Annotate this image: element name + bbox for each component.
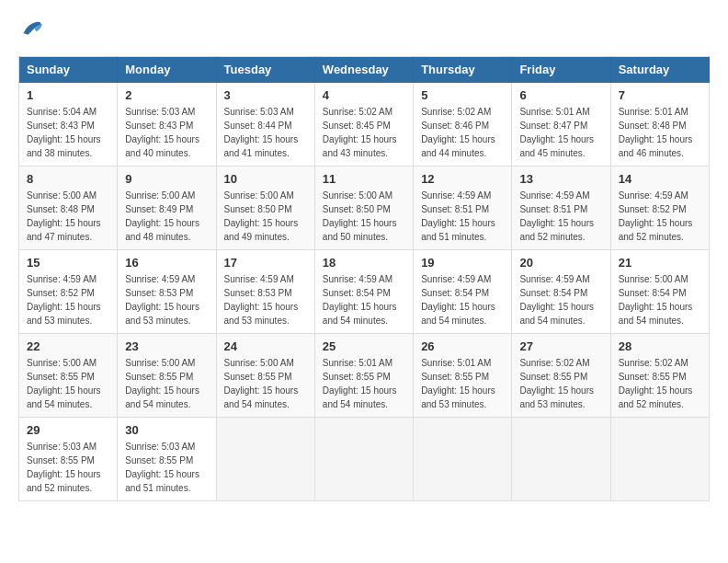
calendar-cell: 23Sunrise: 5:00 AMSunset: 8:55 PMDayligh… xyxy=(118,334,216,418)
day-info: Sunrise: 5:02 AMSunset: 8:45 PMDaylight:… xyxy=(323,105,405,160)
day-info: Sunrise: 4:59 AMSunset: 8:54 PMDaylight:… xyxy=(421,272,504,327)
day-number: 15 xyxy=(27,256,109,270)
day-info: Sunrise: 4:59 AMSunset: 8:51 PMDaylight:… xyxy=(421,189,504,244)
day-info: Sunrise: 5:02 AMSunset: 8:46 PMDaylight:… xyxy=(421,105,504,160)
day-info: Sunrise: 5:00 AMSunset: 8:55 PMDaylight:… xyxy=(27,356,109,411)
weekday-header-tuesday: Tuesday xyxy=(216,57,314,83)
day-number: 14 xyxy=(619,172,701,186)
calendar-cell: 3Sunrise: 5:03 AMSunset: 8:44 PMDaylight… xyxy=(216,83,314,167)
day-info: Sunrise: 5:01 AMSunset: 8:55 PMDaylight:… xyxy=(421,356,504,411)
calendar-cell: 1Sunrise: 5:04 AMSunset: 8:43 PMDaylight… xyxy=(19,83,118,167)
day-info: Sunrise: 4:59 AMSunset: 8:53 PMDaylight:… xyxy=(224,272,307,327)
day-number: 1 xyxy=(27,88,109,102)
calendar-table: SundayMondayTuesdayWednesdayThursdayFrid… xyxy=(18,56,710,501)
day-info: Sunrise: 5:02 AMSunset: 8:55 PMDaylight:… xyxy=(619,356,701,411)
day-info: Sunrise: 5:01 AMSunset: 8:47 PMDaylight:… xyxy=(519,105,602,160)
calendar-cell: 4Sunrise: 5:02 AMSunset: 8:45 PMDaylight… xyxy=(314,83,413,167)
day-number: 22 xyxy=(27,339,109,353)
calendar-cell: 30Sunrise: 5:03 AMSunset: 8:55 PMDayligh… xyxy=(118,418,216,501)
day-info: Sunrise: 5:04 AMSunset: 8:43 PMDaylight:… xyxy=(27,105,109,160)
day-number: 3 xyxy=(224,88,307,102)
calendar-cell xyxy=(610,418,709,501)
day-number: 19 xyxy=(421,256,504,270)
day-number: 26 xyxy=(421,339,504,353)
day-info: Sunrise: 4:59 AMSunset: 8:54 PMDaylight:… xyxy=(323,272,405,327)
calendar-cell: 9Sunrise: 5:00 AMSunset: 8:49 PMDaylight… xyxy=(118,167,216,250)
day-info: Sunrise: 5:00 AMSunset: 8:49 PMDaylight:… xyxy=(125,189,208,244)
day-number: 17 xyxy=(224,256,307,270)
weekday-header-thursday: Thursday xyxy=(414,57,512,83)
day-info: Sunrise: 5:00 AMSunset: 8:48 PMDaylight:… xyxy=(27,189,109,244)
day-number: 4 xyxy=(323,88,405,102)
day-number: 10 xyxy=(224,172,307,186)
logo xyxy=(18,18,46,41)
day-info: Sunrise: 5:00 AMSunset: 8:55 PMDaylight:… xyxy=(224,356,307,411)
day-info: Sunrise: 4:59 AMSunset: 8:53 PMDaylight:… xyxy=(125,272,208,327)
calendar-cell: 28Sunrise: 5:02 AMSunset: 8:55 PMDayligh… xyxy=(610,334,709,418)
day-number: 12 xyxy=(421,172,504,186)
calendar-cell: 12Sunrise: 4:59 AMSunset: 8:51 PMDayligh… xyxy=(414,167,512,250)
calendar-cell xyxy=(512,418,610,501)
day-number: 20 xyxy=(519,256,602,270)
day-number: 23 xyxy=(125,339,208,353)
day-number: 11 xyxy=(323,172,405,186)
calendar-cell: 13Sunrise: 4:59 AMSunset: 8:51 PMDayligh… xyxy=(512,167,610,250)
day-number: 29 xyxy=(27,423,109,437)
day-number: 5 xyxy=(421,88,504,102)
day-info: Sunrise: 4:59 AMSunset: 8:52 PMDaylight:… xyxy=(27,272,109,327)
day-number: 7 xyxy=(619,88,701,102)
calendar-cell: 24Sunrise: 5:00 AMSunset: 8:55 PMDayligh… xyxy=(216,334,314,418)
calendar-cell xyxy=(314,418,413,501)
day-info: Sunrise: 5:02 AMSunset: 8:55 PMDaylight:… xyxy=(519,356,602,411)
day-info: Sunrise: 5:01 AMSunset: 8:48 PMDaylight:… xyxy=(619,105,701,160)
calendar-cell: 16Sunrise: 4:59 AMSunset: 8:53 PMDayligh… xyxy=(118,250,216,334)
calendar-cell xyxy=(414,418,512,501)
week-row-3: 15Sunrise: 4:59 AMSunset: 8:52 PMDayligh… xyxy=(19,250,710,334)
calendar-cell: 29Sunrise: 5:03 AMSunset: 8:55 PMDayligh… xyxy=(19,418,118,501)
header xyxy=(18,18,710,41)
calendar-cell: 20Sunrise: 4:59 AMSunset: 8:54 PMDayligh… xyxy=(512,250,610,334)
weekday-header-monday: Monday xyxy=(118,57,216,83)
day-info: Sunrise: 5:00 AMSunset: 8:50 PMDaylight:… xyxy=(323,189,405,244)
calendar-cell: 19Sunrise: 4:59 AMSunset: 8:54 PMDayligh… xyxy=(414,250,512,334)
week-row-4: 22Sunrise: 5:00 AMSunset: 8:55 PMDayligh… xyxy=(19,334,710,418)
day-info: Sunrise: 4:59 AMSunset: 8:54 PMDaylight:… xyxy=(519,272,602,327)
calendar-cell: 27Sunrise: 5:02 AMSunset: 8:55 PMDayligh… xyxy=(512,334,610,418)
day-number: 27 xyxy=(519,339,602,353)
day-info: Sunrise: 5:03 AMSunset: 8:55 PMDaylight:… xyxy=(125,440,208,495)
calendar-cell: 8Sunrise: 5:00 AMSunset: 8:48 PMDaylight… xyxy=(19,167,118,250)
day-info: Sunrise: 5:03 AMSunset: 8:55 PMDaylight:… xyxy=(27,440,109,495)
calendar-cell: 25Sunrise: 5:01 AMSunset: 8:55 PMDayligh… xyxy=(314,334,413,418)
day-number: 25 xyxy=(323,339,405,353)
day-number: 30 xyxy=(125,423,208,437)
calendar-cell: 11Sunrise: 5:00 AMSunset: 8:50 PMDayligh… xyxy=(314,167,413,250)
day-info: Sunrise: 4:59 AMSunset: 8:52 PMDaylight:… xyxy=(619,189,701,244)
weekday-header-wednesday: Wednesday xyxy=(314,57,413,83)
day-info: Sunrise: 5:03 AMSunset: 8:44 PMDaylight:… xyxy=(224,105,307,160)
day-number: 21 xyxy=(619,256,701,270)
day-number: 8 xyxy=(27,172,109,186)
day-info: Sunrise: 5:00 AMSunset: 8:55 PMDaylight:… xyxy=(125,356,208,411)
day-number: 9 xyxy=(125,172,208,186)
day-info: Sunrise: 5:00 AMSunset: 8:50 PMDaylight:… xyxy=(224,189,307,244)
weekday-header-saturday: Saturday xyxy=(610,57,709,83)
calendar-cell: 10Sunrise: 5:00 AMSunset: 8:50 PMDayligh… xyxy=(216,167,314,250)
day-number: 24 xyxy=(224,339,307,353)
day-info: Sunrise: 5:03 AMSunset: 8:43 PMDaylight:… xyxy=(125,105,208,160)
calendar-cell: 6Sunrise: 5:01 AMSunset: 8:47 PMDaylight… xyxy=(512,83,610,167)
logo-bird-icon xyxy=(20,18,42,37)
calendar-cell: 22Sunrise: 5:00 AMSunset: 8:55 PMDayligh… xyxy=(19,334,118,418)
week-row-1: 1Sunrise: 5:04 AMSunset: 8:43 PMDaylight… xyxy=(19,83,710,167)
weekday-header-friday: Friday xyxy=(512,57,610,83)
calendar-cell: 7Sunrise: 5:01 AMSunset: 8:48 PMDaylight… xyxy=(610,83,709,167)
day-number: 16 xyxy=(125,256,208,270)
day-number: 2 xyxy=(125,88,208,102)
day-info: Sunrise: 5:00 AMSunset: 8:54 PMDaylight:… xyxy=(619,272,701,327)
day-info: Sunrise: 4:59 AMSunset: 8:51 PMDaylight:… xyxy=(519,189,602,244)
day-number: 13 xyxy=(519,172,602,186)
calendar-cell: 2Sunrise: 5:03 AMSunset: 8:43 PMDaylight… xyxy=(118,83,216,167)
calendar-cell: 26Sunrise: 5:01 AMSunset: 8:55 PMDayligh… xyxy=(414,334,512,418)
calendar-cell xyxy=(216,418,314,501)
calendar-cell: 17Sunrise: 4:59 AMSunset: 8:53 PMDayligh… xyxy=(216,250,314,334)
day-number: 18 xyxy=(323,256,405,270)
